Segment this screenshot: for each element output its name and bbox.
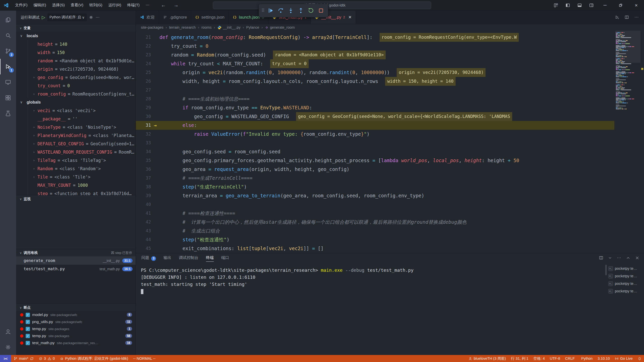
code-editor[interactable]: 2021def generate_room(room_config: RoomR… xyxy=(136,31,644,253)
breadcrumb-item-Pylance[interactable]: Pylance xyxy=(246,25,259,29)
callstack-frame[interactable]: generate_room__init__.py31:1 xyxy=(16,256,136,265)
minimize-button[interactable] xyxy=(597,0,613,11)
statusbar-language-mode[interactable]: Python xyxy=(577,355,595,362)
code-line-20[interactable]: 20 xyxy=(136,31,614,33)
menu-item-运行(R)[interactable]: 运行(R) xyxy=(105,3,124,8)
variable-row[interactable]: width=150 xyxy=(28,48,136,57)
menu-item-查看(V)[interactable]: 查看(V) xyxy=(68,3,86,8)
statusbar-git-blame[interactable]: blueloveTH (3 周前) xyxy=(466,355,508,362)
panel-tab-调试控制台[interactable]: 调试控制台 xyxy=(179,255,198,262)
statusbar-git-branch[interactable]: main* xyxy=(11,355,36,362)
split-terminal-button[interactable] xyxy=(599,255,603,260)
variables-section-header[interactable]: ∨ 变量 xyxy=(16,24,136,32)
variable-row[interactable]: origin=vec2i(7205730, 9024468) xyxy=(28,65,136,73)
breakpoint-checkbox[interactable]: ✓ xyxy=(26,327,30,331)
variable-row[interactable]: ›WASTELAND_ROOM_REQUEST_CONFIG=RoomR… xyxy=(28,148,136,156)
statusbar-cursor-position[interactable]: 行 31, 列 1 xyxy=(508,355,531,362)
variable-row[interactable]: height=140 xyxy=(28,40,136,48)
step-out-button[interactable] xyxy=(296,6,305,15)
variable-row[interactable]: ›vec2i=<class 'vec2i'> xyxy=(28,106,136,115)
close-window-button[interactable]: × xyxy=(628,0,644,11)
activity-item-testing[interactable] xyxy=(0,106,16,121)
code-line-37[interactable]: 37 # ====生成TerrainCell==== xyxy=(136,174,614,183)
variable-row[interactable]: random=<Random object at 0x1bf9d01e… xyxy=(28,57,136,65)
breakpoint-checkbox[interactable]: ✓ xyxy=(26,334,30,338)
variable-row[interactable]: ›TileTag=<class 'TileTag'> xyxy=(28,156,136,164)
drag-handle-icon[interactable]: ⠿ xyxy=(261,8,265,13)
breadcrumb-item-__init__.py[interactable]: __init__.py xyxy=(217,25,240,30)
code-line-43[interactable]: 43 # 生成出口组合 xyxy=(136,227,614,235)
code-line-41[interactable]: 41 # ====检查连通性==== xyxy=(136,209,614,218)
breadcrumb-item-rooms[interactable]: rooms xyxy=(202,25,212,29)
variables-group-globals[interactable]: ∨globals xyxy=(16,98,136,106)
split-editor-button[interactable] xyxy=(624,15,629,20)
statusbar-vim-mode[interactable]: -- NORMAL -- xyxy=(131,355,158,362)
code-line-44[interactable]: 44 step("检查连通性") xyxy=(136,235,614,244)
code-line-31[interactable]: 31→ else: xyxy=(136,121,614,130)
variable-row[interactable]: ›PlanetaryWindConfig=<class 'Planeta… xyxy=(28,131,136,140)
step-over-button[interactable] xyxy=(276,6,285,15)
code-line-27[interactable]: 27 xyxy=(136,86,614,95)
start-debug-button[interactable]: ▷ xyxy=(42,15,45,20)
more-actions-icon[interactable]: ⋯ xyxy=(96,15,99,20)
customize-layout-icon[interactable] xyxy=(550,0,562,11)
callstack-section-header[interactable]: ∨ 调用堆栈 因 step 已暂停 xyxy=(16,249,136,256)
run-python-file-button[interactable] xyxy=(615,15,619,20)
menu-item-选择(S)[interactable]: 选择(S) xyxy=(49,3,68,8)
terminal-instance[interactable]: >_pocketpy te… xyxy=(608,265,642,272)
menu-item-转到(G)[interactable]: 转到(G) xyxy=(86,3,105,8)
minimap-viewport[interactable] xyxy=(615,31,640,63)
code-line-28[interactable]: 28 # ====生成初始地理信息==== xyxy=(136,95,614,103)
code-line-45[interactable]: 45 exit_combinations: list[tuple[vec2i, … xyxy=(136,244,614,253)
terminal-scrollbar[interactable] xyxy=(605,265,607,275)
menu-item-文件(F)[interactable]: 文件(F) xyxy=(12,3,30,8)
stop-button[interactable] xyxy=(316,6,326,15)
variables-group-locals[interactable]: ∨locals xyxy=(16,32,136,40)
breakpoint-row[interactable]: ✓model.pysite-packages\wfc6 xyxy=(16,311,136,318)
breakpoint-checkbox[interactable]: ✓ xyxy=(26,320,30,324)
variable-row[interactable]: __package__='' xyxy=(28,115,136,123)
code-line-35[interactable]: 35 geo_config.primary_forces.geothermal_… xyxy=(136,156,614,165)
breakpoint-row[interactable]: ✓test_math.pysite-packages\terrain_res…1… xyxy=(16,339,136,346)
code-line-40[interactable]: 40 xyxy=(136,200,614,209)
activity-item-explorer[interactable] xyxy=(0,12,16,28)
close-icon[interactable]: ✕ xyxy=(348,15,351,20)
statusbar-python-version[interactable]: 3.10.10 xyxy=(595,355,612,362)
callstack-frame[interactable]: test/test_math.pytest_math.py16:1 xyxy=(16,265,136,273)
code-line-38[interactable]: 38 step("生成TerrainCell") xyxy=(136,183,614,191)
breakpoint-row[interactable]: ✓png_utils.pysite-packages\wfc11 xyxy=(16,318,136,325)
terminal-instance[interactable]: >_pocketpy te… xyxy=(608,288,642,294)
activity-item-remote-explorer[interactable] xyxy=(0,74,16,90)
menu-item-⋯[interactable]: ⋯ xyxy=(143,3,152,8)
statusbar-problems[interactable]: 30 xyxy=(36,355,57,362)
statusbar-remote-indicator[interactable]: >< xyxy=(0,355,11,362)
watch-section-header[interactable]: ∨ 监视 xyxy=(16,195,136,203)
statusbar-encoding[interactable]: UTF-8 xyxy=(547,355,563,362)
statusbar-debug-session[interactable]: Python 调试程序: 启动文件 (godot-ldtk) xyxy=(57,355,131,362)
more-actions-button[interactable] xyxy=(634,15,639,20)
toggle-secondary-sidebar-icon[interactable] xyxy=(585,0,597,11)
variable-row[interactable]: step=<function step at 0x1bf8d716d… xyxy=(28,189,136,195)
statusbar-indentation[interactable]: 空格: 4 xyxy=(531,355,547,362)
terminal-instance[interactable]: >_pocketpy te… xyxy=(608,280,642,287)
activity-item-account[interactable] xyxy=(0,324,16,339)
back-button[interactable]: ← xyxy=(161,2,166,8)
statusbar-go-live[interactable]: Go Live xyxy=(612,355,635,362)
terminal-output[interactable]: PS C:\computer_science\godot-ldtk\site-p… xyxy=(136,264,644,295)
tab-settings.json[interactable]: {}settings.json xyxy=(191,11,229,24)
code-line-39[interactable]: 39 terrain_area = geo_area_to_terrain(ge… xyxy=(136,191,614,200)
activity-item-source-control[interactable]: 3 xyxy=(0,43,16,59)
panel-tab-问题[interactable]: 问题3 xyxy=(141,255,156,262)
tab-.gdignore[interactable]: .gdignore xyxy=(159,11,191,24)
panel-tab-终端[interactable]: 终端 xyxy=(206,255,214,262)
variable-row[interactable]: ›geo_config=GeoConfig(seed=None, wor… xyxy=(28,73,136,81)
toggle-panel-icon[interactable] xyxy=(574,0,585,11)
terminal-instance[interactable]: >_pocketpy te… xyxy=(608,273,642,279)
code-line-24[interactable]: 24 while try_count < MAX_TRY_COUNT:try_c… xyxy=(136,59,614,68)
activity-item-settings[interactable] xyxy=(0,339,16,355)
code-line-29[interactable]: 29 if room_config.env_type == EnvType.WA… xyxy=(136,103,614,112)
variable-row[interactable]: ›Random=<class 'Random'> xyxy=(28,164,136,173)
activity-item-search[interactable] xyxy=(0,28,16,43)
continue-button[interactable] xyxy=(266,6,275,15)
step-into-button[interactable] xyxy=(286,6,295,15)
